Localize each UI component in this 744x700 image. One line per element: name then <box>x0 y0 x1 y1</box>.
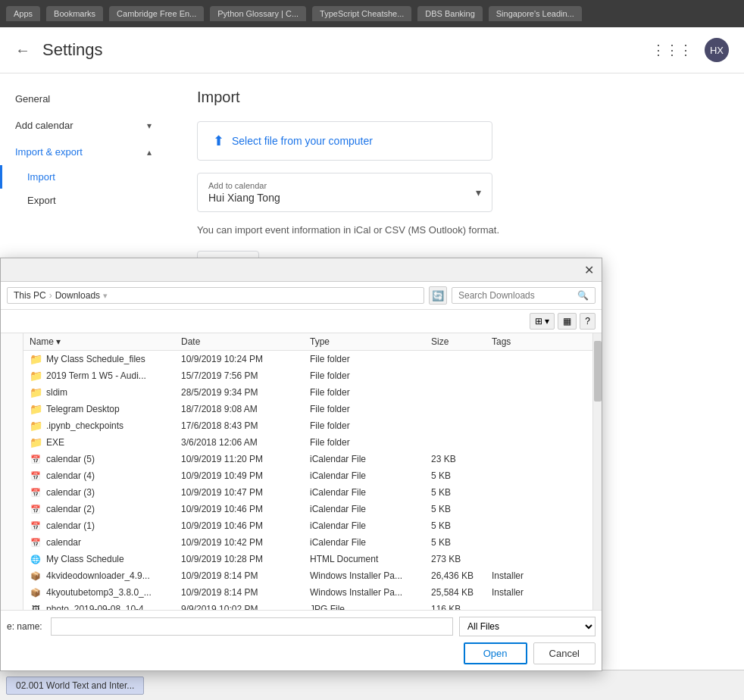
table-row[interactable]: 📁 .ipynb_checkpoints 17/6/2018 8:43 PM F… <box>23 417 592 434</box>
browser-tab-5[interactable]: TypeScript Cheatshe... <box>312 6 411 21</box>
col-size[interactable]: Size <box>431 336 492 347</box>
avatar[interactable]: HX <box>705 38 729 62</box>
search-icon: 🔍 <box>577 290 589 301</box>
browser-tab-4[interactable]: Python Glossary | C... <box>210 6 306 21</box>
dialog-bottom: e: name: All Files iCalendar Files CSV F… <box>1 610 602 670</box>
calendar-dropdown-value: Hui Xiang Tong <box>208 192 280 204</box>
table-row[interactable]: 📅 calendar 10/9/2019 10:42 PM iCalendar … <box>23 534 592 551</box>
table-row[interactable]: 📅 calendar (3) 10/9/2019 10:47 PM iCalen… <box>23 484 592 501</box>
folder-icon: 📁 <box>30 420 42 432</box>
table-row[interactable]: 📅 calendar (2) 10/9/2019 10:46 PM iCalen… <box>23 501 592 517</box>
browser-tab-1[interactable]: Apps <box>6 6 40 21</box>
calendar-dropdown[interactable]: Add to calendar Hui Xiang Tong ▾ <box>197 173 492 212</box>
file-nav-panel <box>1 333 23 610</box>
table-row[interactable]: 📅 calendar (5) 10/9/2019 11:20 PM iCalen… <box>23 451 592 467</box>
sort-icon: ▾ <box>56 336 61 347</box>
address-folder: Downloads <box>55 290 100 301</box>
browser-bar: Apps Bookmarks Cambridge Free En... Pyth… <box>0 0 744 27</box>
dialog-buttons: Open Cancel <box>7 642 596 664</box>
dropdown-chevron: ▾ <box>103 291 108 301</box>
table-row[interactable]: 📦 4kvideodownloader_4.9... 10/9/2019 8:1… <box>23 567 592 584</box>
address-separator: › <box>49 290 52 301</box>
sidebar-sub-nav: Import Export <box>0 165 167 212</box>
sidebar-item-import[interactable]: Import <box>0 165 167 189</box>
browser-tab-3[interactable]: Cambridge Free En... <box>109 6 204 21</box>
html-icon: 🌐 <box>30 555 41 564</box>
table-row[interactable]: 📅 calendar (1) 10/9/2019 10:46 PM iCalen… <box>23 517 592 534</box>
col-name[interactable]: Name ▾ <box>30 336 181 347</box>
file-list-header: Name ▾ Date Type Size Tags <box>23 333 592 351</box>
grid-icon[interactable]: ⋮⋮⋮ <box>652 42 692 58</box>
open-button[interactable]: Open <box>464 642 527 664</box>
img-icon: 🖼 <box>32 605 40 610</box>
address-root: This PC <box>14 290 46 301</box>
col-tags[interactable]: Tags <box>492 336 586 347</box>
dialog-titlebar: ✕ <box>1 258 602 282</box>
dialog-addressbar: This PC › Downloads ▾ 🔄 🔍 <box>1 282 602 310</box>
search-input[interactable] <box>458 290 577 301</box>
folder-icon: 📁 <box>30 353 42 365</box>
import-description: You can import event information in iCal… <box>197 224 515 236</box>
table-row[interactable]: 📁 EXE 3/6/2018 12:06 AM File folder <box>23 434 592 451</box>
filename-row: e: name: All Files iCalendar Files CSV F… <box>7 617 596 636</box>
scrollbar-thumb[interactable] <box>594 341 602 402</box>
view-toggle-button[interactable]: ⊞ ▾ <box>530 313 555 330</box>
col-date[interactable]: Date <box>181 336 310 347</box>
folder-icon: 📁 <box>30 436 42 448</box>
refresh-button[interactable]: 🔄 <box>429 286 447 305</box>
upload-icon: ⬆ <box>213 133 224 149</box>
table-row[interactable]: 🖼 photo_2019-09-08_10-4 9/9/2019 10:02 P… <box>23 601 592 610</box>
taskbar-item[interactable]: 02.001 World Text and Inter... <box>6 677 144 695</box>
table-row[interactable]: 📁 sldim 28/5/2019 9:34 PM File folder <box>23 384 592 401</box>
import-title: Import <box>197 89 714 106</box>
installer-icon: 📦 <box>30 588 41 598</box>
dropdown-arrow-icon: ▾ <box>476 186 481 198</box>
dialog-close-button[interactable]: ✕ <box>582 263 596 277</box>
page-title: Settings <box>42 40 103 60</box>
ical-icon: 📅 <box>30 538 41 548</box>
header-right: ⋮⋮⋮ HX <box>652 38 729 62</box>
scrollbar-track[interactable] <box>592 333 602 610</box>
select-file-label: Select file from your computer <box>232 135 373 147</box>
browser-tab-7[interactable]: Singapore's Leadin... <box>489 6 582 21</box>
file-list-area: Name ▾ Date Type Size Tags 📁 <box>1 333 602 610</box>
filetype-select[interactable]: All Files iCalendar Files CSV Files <box>459 617 596 636</box>
sidebar-item-export[interactable]: Export <box>0 189 167 212</box>
taskbar: 02.001 World Text and Inter... <box>0 670 744 700</box>
table-row[interactable]: 📁 2019 Term 1 W5 - Audi... 15/7/2019 7:5… <box>23 367 592 384</box>
folder-icon: 📁 <box>30 403 42 415</box>
sidebar-item-general[interactable]: General <box>0 86 167 112</box>
sidebar-item-add-calendar[interactable]: Add calendar ▾ <box>0 112 167 139</box>
settings-header: ← Settings ⋮⋮⋮ HX <box>0 27 744 73</box>
file-rows: 📁 My Class Schedule_files 10/9/2019 10:2… <box>23 351 592 610</box>
ical-icon: 📅 <box>30 521 41 531</box>
sidebar-item-import-export[interactable]: Import & export ▴ <box>0 139 167 165</box>
ical-icon: 📅 <box>30 488 41 498</box>
table-row[interactable]: 📦 4kyoutubetomp3_3.8.0_... 10/9/2019 8:1… <box>23 584 592 601</box>
file-dialog: ✕ This PC › Downloads ▾ 🔄 🔍 ⊞ ▾ ▦ ? Name… <box>0 258 602 671</box>
file-list-container[interactable]: Name ▾ Date Type Size Tags 📁 <box>23 333 592 610</box>
filename-label: e: name: <box>7 621 45 632</box>
table-row[interactable]: 🌐 My Class Schedule 10/9/2019 10:28 PM H… <box>23 551 592 567</box>
layout-button[interactable]: ▦ <box>558 313 577 330</box>
installer-icon: 📦 <box>30 571 41 581</box>
folder-icon: 📁 <box>30 370 42 382</box>
browser-tab-2[interactable]: Bookmarks <box>46 6 103 21</box>
ical-icon: 📅 <box>30 455 41 464</box>
select-file-button[interactable]: ⬆ Select file from your computer <box>197 121 492 161</box>
cancel-button[interactable]: Cancel <box>533 642 596 664</box>
filename-input[interactable] <box>51 617 453 636</box>
chevron-down-icon: ▾ <box>147 120 152 131</box>
browser-tab-6[interactable]: DBS Banking <box>417 6 482 21</box>
help-button[interactable]: ? <box>580 313 596 330</box>
address-path[interactable]: This PC › Downloads ▾ <box>7 287 424 304</box>
calendar-dropdown-label: Add to calendar <box>208 181 280 190</box>
ical-icon: 📅 <box>30 471 41 481</box>
table-row[interactable]: 📅 calendar (4) 10/9/2019 10:49 PM iCalen… <box>23 467 592 484</box>
back-button[interactable]: ← <box>15 42 30 59</box>
folder-icon: 📁 <box>30 386 42 398</box>
dialog-toolbar: ⊞ ▾ ▦ ? <box>1 310 602 333</box>
table-row[interactable]: 📁 My Class Schedule_files 10/9/2019 10:2… <box>23 351 592 367</box>
col-type[interactable]: Type <box>310 336 431 347</box>
table-row[interactable]: 📁 Telegram Desktop 18/7/2018 9:08 AM Fil… <box>23 401 592 417</box>
